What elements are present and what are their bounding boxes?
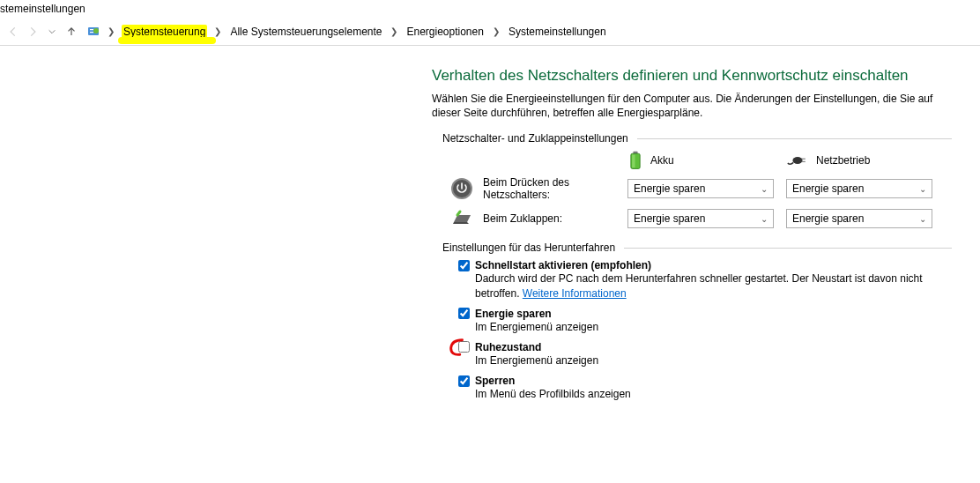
up-button[interactable] xyxy=(63,24,79,40)
svg-point-7 xyxy=(792,157,802,164)
dropdown-value: Energie sparen xyxy=(634,212,705,225)
chevron-right-icon: ❯ xyxy=(389,26,399,36)
desc-fastboot: Dadurch wird der PC nach dem Herunterfah… xyxy=(475,271,952,300)
row-lid-label: Beim Zuklappen: xyxy=(483,212,627,225)
dropdown-value: Energie sparen xyxy=(634,182,705,195)
battery-icon xyxy=(627,150,643,171)
desc-hibernate: Im Energiemenü anzeigen xyxy=(475,353,952,368)
checkbox-sleep[interactable] xyxy=(458,308,470,319)
main-content: Verhalten des Netzschalters definieren u… xyxy=(0,46,952,401)
dropdown-power-ac[interactable]: Energie sparen ⌄ xyxy=(786,179,932,198)
section-shutdown: Einstellungen für das Herunterfahren xyxy=(442,242,952,254)
col-battery-label: Akku xyxy=(650,154,674,167)
breadcrumb-item-systemeinstellungen[interactable]: Systemeinstellungen xyxy=(507,25,608,39)
page-heading: Verhalten des Netzschalters definieren u… xyxy=(432,67,952,85)
chevron-down-icon: ⌄ xyxy=(919,184,926,194)
forward-button[interactable] xyxy=(25,24,41,40)
svg-rect-8 xyxy=(802,159,806,160)
col-ac-label: Netzbetrieb xyxy=(816,154,870,167)
svg-rect-2 xyxy=(90,29,93,30)
svg-rect-3 xyxy=(90,32,93,33)
chevron-down-icon: ⌄ xyxy=(761,214,768,224)
option-hibernate: Ruhezustand Im Energiemenü anzeigen xyxy=(458,341,952,368)
breadcrumb: ❯ Systemsteuerung ❯ Alle Systemsteuerung… xyxy=(86,25,608,39)
breadcrumb-label: Systemsteuerung xyxy=(123,26,205,38)
control-panel-icon xyxy=(86,25,100,39)
plug-icon xyxy=(786,153,809,167)
chevron-right-icon: ❯ xyxy=(491,26,501,36)
row-power-label: Beim Drücken des Netzschalters: xyxy=(483,176,627,201)
nav-bar: ❯ Systemsteuerung ❯ Alle Systemsteuerung… xyxy=(0,18,980,46)
dropdown-lid-ac[interactable]: Energie sparen ⌄ xyxy=(786,209,932,228)
power-button-icon xyxy=(449,176,474,201)
checkbox-fastboot[interactable] xyxy=(458,260,470,271)
breadcrumb-item-energieoptionen[interactable]: Energieoptionen xyxy=(405,25,485,39)
breadcrumb-item-alle[interactable]: Alle Systemsteuerungselemente xyxy=(228,25,383,39)
back-button[interactable] xyxy=(5,24,21,40)
window-title: stemeinstellungen xyxy=(0,0,980,18)
breadcrumb-item-systemsteuerung[interactable]: Systemsteuerung xyxy=(122,25,207,39)
checkbox-lock[interactable] xyxy=(458,375,470,387)
label-fastboot: Schnellstart aktivieren (empfohlen) xyxy=(475,259,651,271)
dropdown-power-battery[interactable]: Energie sparen ⌄ xyxy=(627,179,774,198)
desc-lock: Im Menü des Profilbilds anzeigen xyxy=(475,387,952,401)
chevron-down-icon: ⌄ xyxy=(761,184,768,194)
label-hibernate: Ruhezustand xyxy=(475,341,541,353)
dropdown-value: Energie sparen xyxy=(792,212,864,225)
section-power-lid: Netzschalter- und Zuklappeinstellungen xyxy=(442,132,952,145)
desc-sleep: Im Energiemenü anzeigen xyxy=(475,320,952,334)
chevron-right-icon: ❯ xyxy=(106,26,116,36)
svg-rect-9 xyxy=(802,161,806,162)
dropdown-lid-battery[interactable]: Energie sparen ⌄ xyxy=(627,209,774,228)
option-sleep: Energie sparen Im Energiemenü anzeigen xyxy=(458,308,952,334)
svg-rect-6 xyxy=(632,155,635,168)
svg-point-1 xyxy=(93,28,99,33)
link-more-info[interactable]: Weitere Informationen xyxy=(523,287,627,300)
page-intro: Wählen Sie die Energieeinstellungen für … xyxy=(432,92,952,120)
label-sleep: Energie sparen xyxy=(475,308,552,320)
dropdown-value: Energie sparen xyxy=(792,182,864,195)
chevron-right-icon: ❯ xyxy=(212,26,223,36)
label-lock: Sperren xyxy=(475,375,515,387)
checkbox-hibernate[interactable] xyxy=(458,341,470,353)
row-lid: Beim Zuklappen: Energie sparen ⌄ Energie… xyxy=(432,206,952,231)
recent-dropdown[interactable] xyxy=(44,24,60,40)
col-ac: Netzbetrieb xyxy=(786,150,945,171)
column-headers: Akku Netzbetrieb xyxy=(432,150,952,171)
option-lock: Sperren Im Menü des Profilbilds anzeigen xyxy=(458,375,952,401)
chevron-down-icon: ⌄ xyxy=(919,214,926,224)
option-fastboot: Schnellstart aktivieren (empfohlen) Dadu… xyxy=(458,259,952,300)
laptop-lid-icon xyxy=(449,206,474,231)
col-battery: Akku xyxy=(627,150,786,171)
row-power-button: Beim Drücken des Netzschalters: Energie … xyxy=(432,176,952,201)
